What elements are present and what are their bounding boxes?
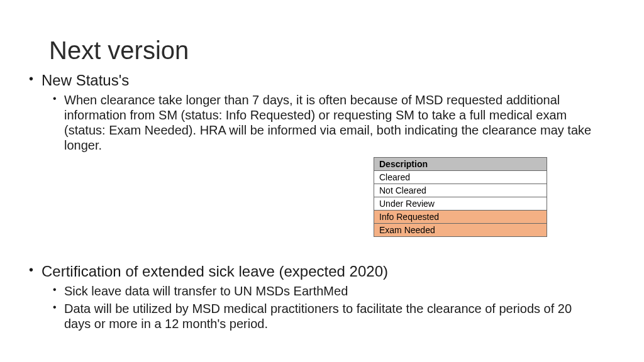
- table-cell: Cleared: [374, 171, 547, 184]
- status-table-wrap: Description Cleared Not Cleared Under Re…: [374, 157, 547, 237]
- page-title: Next version: [49, 36, 597, 65]
- list-item: Sick leave data will transfer to UN MSDs…: [42, 283, 597, 299]
- table-row: Exam Needed: [374, 224, 547, 237]
- table-cell: Exam Needed: [374, 224, 547, 237]
- slide: Next version New Status's When clearance…: [0, 0, 644, 362]
- table-cell: Info Requested: [374, 211, 547, 224]
- list-item: Data will be utilized by MSD medical pra…: [42, 301, 597, 331]
- table-row: Under Review: [374, 197, 547, 211]
- table-row: Not Cleared: [374, 184, 547, 197]
- table-cell: Under Review: [374, 197, 547, 211]
- table-cell: Not Cleared: [374, 184, 547, 197]
- list-item: When clearance take longer than 7 days, …: [42, 92, 597, 153]
- table-body: Cleared Not Cleared Under Review Info Re…: [374, 171, 547, 237]
- list-item: New Status's When clearance take longer …: [23, 71, 597, 153]
- table-header-row: Description: [374, 158, 547, 171]
- list-item: Certification of extended sick leave (ex…: [23, 262, 597, 331]
- table-row: Cleared: [374, 171, 547, 184]
- table-row: Info Requested: [374, 211, 547, 224]
- section2-heading: Certification of extended sick leave (ex…: [42, 263, 388, 280]
- status-table: Description Cleared Not Cleared Under Re…: [374, 157, 547, 237]
- section1-heading: New Status's: [42, 72, 129, 89]
- table-header-cell: Description: [374, 158, 547, 171]
